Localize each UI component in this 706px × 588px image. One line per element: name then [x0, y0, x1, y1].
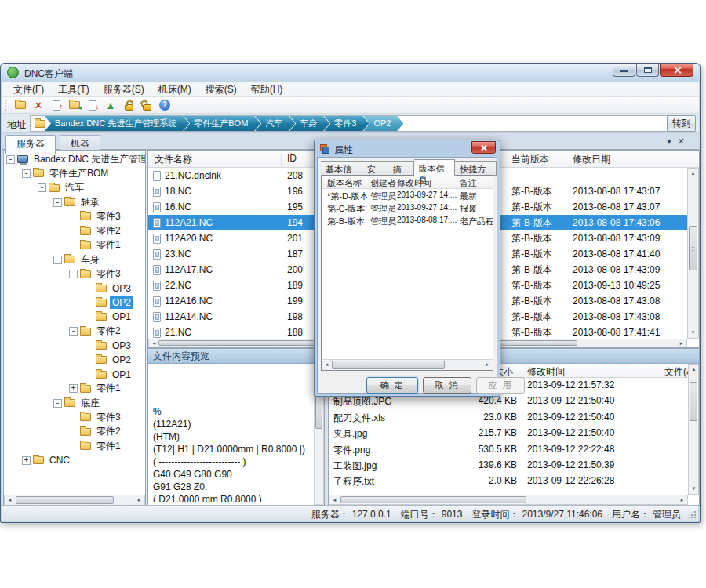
attachment-row[interactable]: 子程序.txt 2.0 KB 2013-09-12 22:26:28	[329, 474, 688, 489]
column-header-creator[interactable]: 创建者	[370, 177, 396, 189]
dialog-hscrollbar[interactable]: ◂ ▸	[322, 359, 493, 370]
column-header-id[interactable]: ID	[287, 153, 297, 164]
expand-toggle-icon[interactable]	[22, 169, 31, 178]
version-row[interactable]: *第-D-版本 管理员 2013-09-27 14:... 最新	[322, 189, 493, 201]
tree-node[interactable]: CNC	[4, 453, 145, 467]
menu-item[interactable]: 服务器(S)	[96, 82, 151, 98]
lock-button[interactable]	[121, 98, 136, 112]
go-button[interactable]: 转到	[667, 115, 696, 132]
file-checkout-button[interactable]: ↓	[85, 98, 100, 112]
column-header-modified[interactable]: 修改时间	[527, 365, 565, 379]
close-panel-icon[interactable]: ✕	[678, 136, 691, 146]
breadcrumb-segment[interactable]: 零件3	[323, 115, 369, 132]
tree-node[interactable]: 零件1	[4, 382, 145, 396]
tree-node-label: 零件3	[94, 209, 123, 224]
expand-toggle-icon[interactable]	[69, 270, 78, 278]
attachment-row[interactable]: 工装图.jpg 139.6 KB 2013-09-12 21:50:39	[329, 458, 688, 474]
upload-button[interactable]: ▲	[103, 98, 118, 112]
dialog-tab[interactable]: 安全	[362, 161, 388, 176]
toolbar-grip[interactable]	[5, 100, 7, 111]
dialog-tab[interactable]: 快捷方式	[455, 161, 497, 176]
breadcrumb-segment[interactable]: 零件生产BOM	[183, 115, 260, 132]
resize-grip[interactable]	[689, 511, 696, 518]
unlock-button[interactable]	[139, 98, 155, 112]
tree-node[interactable]: 零件2	[4, 325, 145, 339]
menu-item[interactable]: 文件(F)	[6, 82, 51, 98]
panel-tab[interactable]: 服务器	[5, 135, 56, 154]
dialog-title-bar[interactable]: 属性	[315, 140, 500, 157]
expand-toggle-icon[interactable]	[22, 456, 31, 465]
expand-toggle-icon[interactable]	[69, 327, 78, 336]
tree-node[interactable]: 零件1	[4, 238, 145, 252]
scroll-up-icon[interactable]: ▴	[689, 365, 699, 375]
scroll-right-icon[interactable]: ▸	[482, 360, 493, 370]
cancel-button[interactable]: 取 消	[423, 377, 471, 394]
tree-node[interactable]: 车身	[4, 252, 145, 267]
minimize-button[interactable]	[613, 64, 635, 77]
tree-node[interactable]: OP1	[4, 367, 145, 381]
column-header-name[interactable]: 文件名称	[155, 153, 282, 165]
expand-toggle-icon[interactable]	[38, 183, 46, 192]
new-folder-button[interactable]	[13, 98, 28, 112]
tree-node[interactable]: 零件3	[4, 209, 145, 223]
tree-node[interactable]: 底座	[4, 396, 145, 410]
attachment-row[interactable]: 零件.png 530.5 KB 2013-09-12 22:22:48	[329, 442, 688, 458]
breadcrumb-segment[interactable]: Bandex DNC 先进生产管理系统	[44, 115, 189, 132]
tree-hscrollbar[interactable]: ◂ ▸	[4, 495, 145, 506]
file-checkin-button[interactable]: ↑	[49, 98, 64, 112]
tree-node[interactable]: 零件2	[4, 425, 145, 439]
tree-node[interactable]: 轴承	[4, 195, 145, 209]
tree-node[interactable]: OP2	[4, 353, 145, 367]
expand-toggle-icon[interactable]	[53, 198, 62, 207]
tree-node[interactable]: OP2	[4, 296, 145, 310]
expand-toggle-icon[interactable]	[69, 384, 78, 393]
expand-toggle-icon[interactable]	[53, 256, 62, 264]
tree-node[interactable]: 零件1	[4, 439, 145, 453]
help-button[interactable]: ?	[157, 98, 173, 112]
version-row[interactable]: 第-C-版本 管理员 2013-09-27 14:... 报废	[322, 201, 493, 214]
expand-toggle-icon[interactable]	[6, 155, 15, 164]
menu-item[interactable]: 机床(M)	[151, 82, 198, 98]
tree-node[interactable]: 零件2	[4, 223, 145, 238]
attachment-size: 530.5 KB	[439, 444, 517, 455]
chevron-down-icon[interactable]: ▾	[667, 136, 678, 146]
tree-node[interactable]: 零件3	[4, 410, 145, 424]
address-field[interactable]: Bandex DNC 先进生产管理系统零件生产BOM汽车车身零件3OP2	[30, 115, 673, 132]
menu-item[interactable]: 搜索(S)	[198, 82, 244, 98]
dialog-tab[interactable]: 摘要	[388, 161, 414, 176]
column-header-note[interactable]: 备注	[460, 177, 477, 189]
expand-toggle-icon[interactable]	[53, 399, 62, 408]
scroll-down-icon[interactable]: ▾	[689, 484, 699, 494]
tree-node[interactable]: OP1	[4, 310, 145, 324]
tree-node[interactable]: OP3	[4, 339, 145, 353]
attachments-hscrollbar[interactable]: ◂ ▸	[329, 495, 688, 505]
apply-button[interactable]: 应 用	[476, 377, 525, 394]
scroll-down-icon[interactable]: ▾	[688, 328, 698, 338]
open-folder-button[interactable]: ◂	[67, 98, 82, 112]
dialog-close-button[interactable]	[471, 141, 496, 154]
tree-node[interactable]: OP3	[4, 281, 145, 296]
title-bar[interactable]: DNC客户端	[1, 64, 700, 82]
ok-button[interactable]: 确 定	[366, 377, 418, 394]
version-row[interactable]: 第-B-版本 管理员 2013-08-08 17:... 老产品程序	[322, 214, 493, 227]
attachment-row[interactable]: 夹具.jpg 215.7 KB 2013-09-12 21:50:40	[329, 426, 688, 441]
close-button[interactable]	[660, 64, 693, 77]
scroll-up-icon[interactable]: ▴	[688, 169, 698, 179]
tree-node[interactable]: 汽车	[4, 181, 145, 195]
dialog-tab[interactable]: 基本信息	[321, 161, 362, 176]
file-list-vscrollbar[interactable]: ▴ ▾	[687, 168, 699, 339]
delete-button[interactable]: ✕	[31, 98, 46, 112]
attachments-vscrollbar[interactable]: ▴ ▾	[688, 364, 699, 495]
maximize-button[interactable]	[636, 64, 659, 77]
column-header-version[interactable]: 当前版本	[511, 153, 549, 166]
menu-item[interactable]: 工具(T)	[51, 82, 96, 98]
column-header-modified[interactable]: 修改日期	[573, 153, 610, 166]
column-header-version-name[interactable]: 版本名称	[327, 177, 362, 189]
tree-node[interactable]: 零件生产BOM	[4, 166, 145, 180]
menu-item[interactable]: 帮助(H)	[244, 82, 290, 98]
tree-node[interactable]: Bandex DNC 先进生产管理系统	[4, 152, 145, 166]
dialog-tab[interactable]: 版本信息	[414, 159, 456, 176]
scroll-left-icon[interactable]: ◂	[322, 360, 332, 370]
attachment-row[interactable]: 配刀文件.xls 23.0 KB 2013-09-12 21:50:40	[329, 410, 688, 426]
tree-node[interactable]: 零件3	[4, 267, 145, 281]
